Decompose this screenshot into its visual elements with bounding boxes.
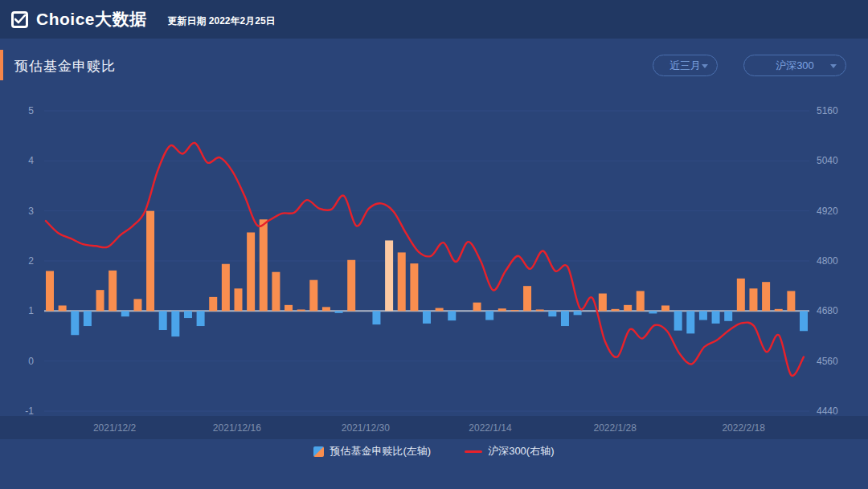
bar-positive[interactable]: [297, 309, 305, 311]
bar-negative[interactable]: [121, 311, 129, 316]
bar-negative[interactable]: [448, 311, 456, 320]
bar-positive[interactable]: [322, 307, 330, 311]
bar-series-label: 预估基金申赎比(左轴): [330, 444, 431, 458]
bar-negative[interactable]: [423, 311, 431, 324]
logo-check-icon: [11, 11, 28, 28]
bar-positive[interactable]: [473, 303, 481, 312]
app-title: Choice大数据: [36, 8, 147, 31]
app-header: Choice大数据 更新日期 2022年2月25日: [0, 0, 868, 39]
bar-positive[interactable]: [749, 288, 757, 311]
chevron-down-icon: [702, 64, 708, 68]
x-axis-band: [0, 416, 868, 439]
bar-positive[interactable]: [536, 309, 544, 311]
left-axis-tick: 5: [28, 105, 34, 116]
bar-positive[interactable]: [209, 297, 217, 311]
bar-negative[interactable]: [548, 311, 556, 316]
bar-positive[interactable]: [309, 280, 317, 312]
bar-positive[interactable]: [661, 305, 669, 311]
bar-negative[interactable]: [724, 311, 732, 320]
bar-negative[interactable]: [574, 311, 582, 315]
time-range-dropdown-label: 近三月: [669, 59, 701, 73]
bar-positive[interactable]: [787, 291, 795, 311]
page-title: 预估基金申赎比: [14, 57, 116, 75]
bar-positive[interactable]: [775, 309, 783, 311]
bar-positive[interactable]: [235, 288, 243, 311]
chart-legend: 预估基金申赎比(左轴) 沪深300(右轴): [0, 442, 868, 460]
legend-item-line[interactable]: 沪深300(右轴): [465, 444, 554, 458]
bar-positive[interactable]: [737, 279, 745, 312]
csi300-line: [46, 143, 804, 376]
bar-series-swatch-icon: [313, 446, 324, 457]
bar-positive[interactable]: [108, 271, 117, 311]
left-axis-tick: 2: [28, 255, 34, 267]
bar-negative[interactable]: [699, 311, 707, 320]
line-series-dash-icon: [465, 450, 482, 453]
right-axis-tick: 4560: [817, 356, 838, 367]
bar-positive[interactable]: [510, 310, 518, 311]
bar-positive[interactable]: [498, 308, 506, 311]
legend-item-bars[interactable]: 预估基金申赎比(左轴): [313, 444, 431, 458]
bar-negative[interactable]: [184, 311, 192, 318]
bar-positive[interactable]: [436, 308, 444, 312]
right-axis-tick: 4800: [817, 255, 838, 267]
fund-ratio-chart[interactable]: 551604504034920248001468004560-144402021…: [0, 88, 868, 442]
bar-negative[interactable]: [84, 311, 92, 326]
bar-positive[interactable]: [612, 309, 620, 311]
left-axis-tick: 3: [28, 206, 34, 217]
right-axis-tick: 5040: [817, 155, 838, 166]
time-range-dropdown[interactable]: 近三月: [653, 55, 718, 76]
bar-negative[interactable]: [485, 311, 493, 320]
bar-positive[interactable]: [59, 305, 67, 311]
bar-negative[interactable]: [712, 311, 720, 324]
bar-negative[interactable]: [335, 311, 343, 312]
left-axis-tick: 1: [28, 305, 34, 316]
bar-positive[interactable]: [624, 305, 632, 311]
bar-negative[interactable]: [171, 311, 179, 336]
bar-negative[interactable]: [649, 311, 657, 313]
bar-negative[interactable]: [674, 311, 682, 330]
bar-positive[interactable]: [398, 252, 406, 311]
bar-positive[interactable]: [96, 290, 104, 311]
update-date-label: 更新日期 2022年2月25日: [168, 14, 276, 28]
bar-negative[interactable]: [197, 311, 205, 326]
bar-positive[interactable]: [285, 305, 293, 311]
bar-negative[interactable]: [71, 311, 79, 335]
bar-positive[interactable]: [272, 272, 280, 312]
dashboard-page: { "header": { "logo_text": "Choice大数据", …: [0, 0, 868, 489]
bar-positive[interactable]: [133, 299, 141, 311]
bar-positive[interactable]: [260, 219, 268, 311]
chevron-down-icon: [830, 64, 837, 68]
line-series-label: 沪深300(右轴): [488, 444, 554, 458]
left-axis-tick: 0: [28, 356, 34, 367]
bar-positive[interactable]: [637, 291, 645, 311]
bar-negative[interactable]: [372, 311, 380, 324]
bar-negative[interactable]: [159, 311, 167, 330]
bar-positive[interactable]: [762, 282, 770, 311]
bar-positive[interactable]: [523, 286, 531, 311]
section-accent-bar: [0, 50, 3, 80]
bar-negative[interactable]: [561, 311, 569, 326]
bar-positive[interactable]: [599, 294, 607, 312]
right-axis-tick: 4920: [817, 206, 838, 217]
chart-canvas[interactable]: 551604504034920248001468004560-144402021…: [0, 88, 868, 442]
bar-positive[interactable]: [385, 240, 393, 311]
bar-positive[interactable]: [247, 232, 255, 311]
bar-negative[interactable]: [800, 311, 808, 331]
right-axis-tick: 5160: [817, 105, 838, 116]
index-dropdown[interactable]: 沪深300: [743, 55, 846, 76]
bar-positive[interactable]: [410, 263, 418, 311]
right-axis-tick: 4680: [817, 305, 838, 316]
bar-positive[interactable]: [46, 271, 54, 311]
bar-positive[interactable]: [146, 211, 154, 312]
bar-positive[interactable]: [347, 260, 355, 312]
index-dropdown-label: 沪深300: [776, 59, 814, 73]
bar-positive[interactable]: [222, 264, 230, 312]
left-axis-tick: -1: [25, 405, 34, 417]
right-axis-tick: 4440: [817, 405, 838, 417]
left-axis-tick: 4: [28, 155, 34, 166]
bar-negative[interactable]: [686, 311, 694, 333]
bars-group: [46, 211, 808, 336]
